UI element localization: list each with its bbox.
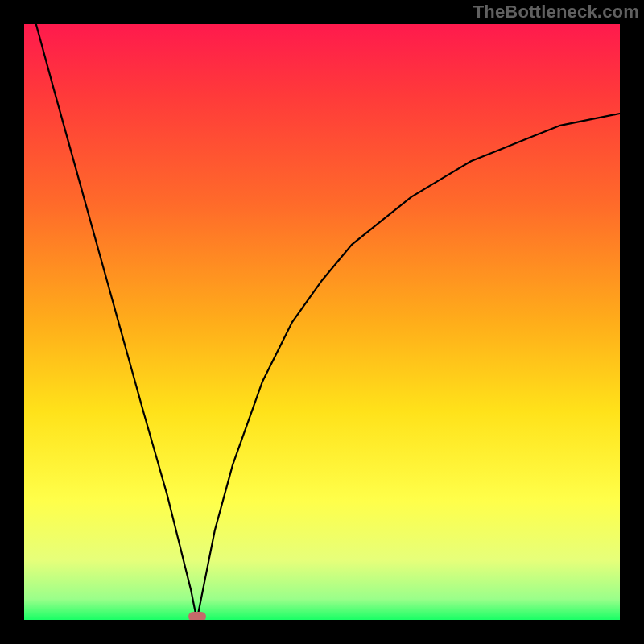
plot-area [24,24,620,620]
chart-frame: TheBottleneck.com [0,0,644,644]
minimum-marker [188,612,206,620]
watermark-text: TheBottleneck.com [473,2,639,23]
chart-svg [24,24,620,620]
gradient-background [24,24,620,620]
